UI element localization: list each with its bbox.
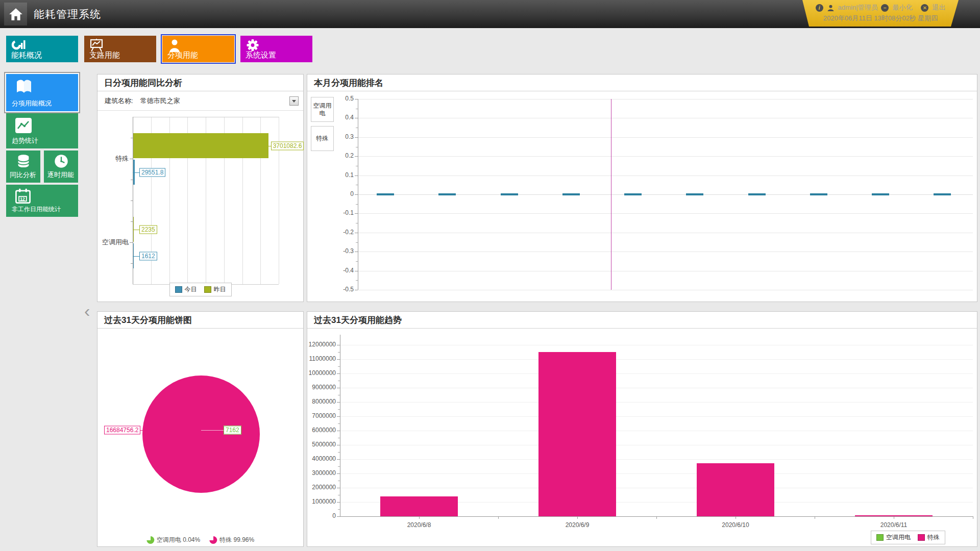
- gridline: [340, 359, 973, 360]
- gridline: [358, 156, 973, 157]
- user-ribbon: i admin|管理员 − 最小化 ✕ 退出 2020年06月11日 13时08…: [802, 0, 959, 27]
- y-tick-label: -0.2: [332, 229, 354, 236]
- zero-value-bar: [562, 193, 580, 195]
- axis-tick: [355, 290, 358, 290]
- legend-item[interactable]: 空调用电: [876, 533, 911, 542]
- legend-item[interactable]: 昨日: [204, 285, 226, 294]
- tab-branch-energy[interactable]: 支路用能: [84, 36, 156, 62]
- y-tick-label: 8000000: [303, 398, 336, 405]
- panel-title: 日分项用能同比分析: [97, 74, 303, 91]
- marker-line: [611, 99, 611, 290]
- panel-daily-compare: 日分项用能同比分析 建筑名称:常德市民之家 特殊3701082.629551.8…: [97, 74, 304, 302]
- sidebar-item-nonworkday-stats[interactable]: 12 非工作日用能统计: [6, 185, 78, 217]
- legend: 今日昨日: [169, 283, 232, 296]
- legend-item[interactable]: 特殊 99.96%: [209, 536, 254, 544]
- value-label: 3701082.6: [271, 142, 304, 151]
- axis-tick: [131, 138, 133, 138]
- axis-tick: [131, 263, 133, 264]
- gridline: [340, 488, 973, 488]
- person-icon: [167, 38, 182, 52]
- sidebar-item-itemized-overview[interactable]: 分项用能概况: [6, 74, 78, 111]
- daily-compare-chart: 特殊3701082.629551.8空调用电22351612今日昨日: [97, 111, 303, 302]
- x-tick-label: 2020/6/10: [656, 521, 815, 529]
- category-label: 空调用电: [97, 238, 129, 247]
- x-tick-label: 2020/6/11: [815, 521, 973, 529]
- axis-tick: [131, 201, 133, 201]
- x-axis-tick: [498, 516, 499, 519]
- plot-border-top: [133, 117, 279, 117]
- value-leader-line: [133, 230, 139, 230]
- category-label: 特殊: [97, 154, 129, 163]
- gridline: [358, 176, 973, 176]
- zero-value-bar: [438, 193, 456, 195]
- zero-value-bar: [748, 193, 766, 195]
- zero-value-bar: [377, 193, 394, 195]
- dropdown-arrow-icon[interactable]: [289, 96, 299, 106]
- gridline: [358, 99, 973, 99]
- sidebar-item-yoy-analysis[interactable]: 同比分析: [6, 151, 40, 183]
- panel-pie-31d: 过去31天分项用能饼图 16684756.27162空调用电 0.04%特殊 9…: [97, 311, 304, 547]
- pie-slice-special: [142, 375, 260, 493]
- app-title: 能耗管理系统: [34, 0, 101, 28]
- y-tick-label: 0.1: [332, 171, 354, 179]
- x-axis-tick: [815, 516, 815, 519]
- sidebar-item-trend-stats[interactable]: 趋势统计: [6, 113, 78, 148]
- bar-special: [380, 496, 458, 516]
- panel-month-rank: 本月分项用能排名 空调用电 特殊 0.50.40.30.20.10-0.1-0.…: [307, 74, 977, 302]
- legend-item[interactable]: 特殊: [918, 533, 940, 542]
- legend-item[interactable]: 今日: [175, 285, 197, 294]
- y-tick-label: 0.4: [332, 114, 354, 121]
- zero-value-bar: [624, 193, 642, 195]
- gridline: [340, 373, 973, 374]
- legend-item[interactable]: 空调用电 0.04%: [146, 536, 200, 544]
- y-tick-label: 12000000: [303, 341, 336, 348]
- y-tick-label: 2000000: [303, 484, 336, 491]
- panel-title: 过去31天分项用能饼图: [97, 312, 303, 329]
- legend-swatch: [876, 534, 884, 541]
- bar-yesterday: [133, 133, 268, 158]
- sidebar-item-hourly-energy[interactable]: 逐时用能: [44, 151, 78, 183]
- value-label: 2235: [139, 226, 157, 234]
- minimize-button[interactable]: 最小化: [892, 3, 912, 12]
- legend-swatch: [175, 286, 182, 293]
- y-tick-label: 0.5: [332, 95, 354, 102]
- tab-itemized-energy[interactable]: 分项用能: [162, 36, 234, 62]
- y-tick-label: 1000000: [303, 498, 336, 505]
- gridline: [340, 445, 973, 445]
- user-icon: [827, 4, 835, 12]
- y-tick-label: -0.3: [332, 247, 354, 255]
- y-axis: [340, 335, 340, 516]
- x-axis-tick: [894, 516, 894, 519]
- tab-energy-overview[interactable]: 能耗概况: [6, 36, 78, 62]
- x-tick-label: 2020/6/9: [498, 521, 656, 529]
- gear-icon: [246, 38, 260, 52]
- logout-button[interactable]: 退出: [932, 3, 945, 12]
- gridline: [358, 233, 973, 233]
- zero-value-bar: [810, 193, 827, 195]
- svg-text:12: 12: [20, 196, 25, 202]
- zero-value-bar: [934, 193, 951, 195]
- axis-tick: [130, 242, 133, 243]
- y-tick-label: 10000000: [303, 369, 336, 377]
- panel-title: 过去31天分项用能趋势: [307, 312, 977, 329]
- gridline: [340, 388, 973, 388]
- pie-leader-line: [201, 430, 224, 431]
- info-circle-icon[interactable]: i: [816, 4, 823, 12]
- collapse-sidebar-arrow-icon[interactable]: ‹: [84, 302, 90, 319]
- pie-31d-chart: 16684756.27162空调用电 0.04%特殊 99.96%: [97, 329, 303, 546]
- legend-swatch: [918, 534, 925, 541]
- gridline: [358, 271, 973, 271]
- user-name: admin|管理员: [838, 3, 878, 12]
- axis-tick: [131, 221, 133, 222]
- value-leader-line: [133, 256, 139, 257]
- home-button[interactable]: [4, 3, 27, 26]
- home-icon: [8, 7, 23, 21]
- close-circle-icon: ✕: [921, 4, 928, 12]
- minus-circle-icon: −: [881, 4, 889, 12]
- datetime-label: 2020年06月11日 13时08分02秒 星期四: [802, 14, 959, 23]
- y-tick-label: -0.4: [332, 267, 354, 274]
- tab-system-settings[interactable]: 系统设置: [240, 36, 312, 62]
- value-label: 29551.8: [139, 168, 165, 177]
- building-selector[interactable]: 建筑名称:常德市民之家: [97, 91, 303, 111]
- pie-slice-icon: [209, 536, 217, 544]
